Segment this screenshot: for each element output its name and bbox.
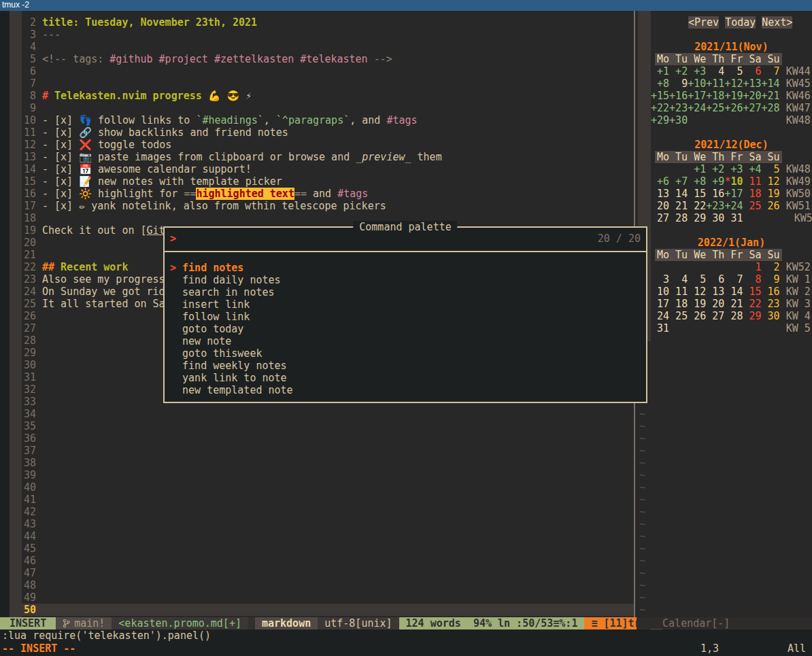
calendar-day[interactable]: 22	[688, 200, 706, 212]
calendar-day[interactable]: +16	[669, 90, 688, 102]
calendar-day[interactable]: +2	[669, 65, 688, 77]
calendar-day[interactable]: +29	[651, 114, 669, 126]
calendar-day[interactable]: +3	[724, 163, 743, 175]
calendar-day[interactable]: 13	[706, 286, 724, 298]
today-button[interactable]: Today	[725, 16, 756, 29]
calendar-day[interactable]: 5	[762, 163, 780, 175]
editor-line[interactable]: 48	[0, 579, 634, 591]
calendar-day[interactable]: 19	[762, 188, 780, 200]
calendar-day[interactable]: 28	[724, 310, 743, 322]
calendar-day[interactable]: 15	[743, 286, 761, 298]
calendar-day[interactable]: 4	[706, 65, 724, 77]
calendar-day[interactable]: 25	[743, 200, 761, 212]
palette-item[interactable]: goto thisweek	[165, 347, 646, 360]
calendar-day[interactable]: +11	[706, 77, 724, 90]
editor-line[interactable]: 36	[0, 432, 634, 445]
calendar-day[interactable]: +12	[724, 77, 743, 90]
palette-item[interactable]: goto today	[165, 323, 646, 335]
calendar-day[interactable]: 7	[762, 65, 780, 77]
calendar-day[interactable]: 20	[706, 298, 724, 310]
palette-item[interactable]: find weekly notes	[165, 360, 646, 372]
calendar-day[interactable]: 4	[669, 273, 688, 286]
command-palette-prompt[interactable]: Command palette > 20 / 20	[163, 226, 647, 252]
editor-line[interactable]: 14- [x] 📅 awesome calendar support!	[0, 163, 634, 175]
editor-line[interactable]: 43	[0, 518, 634, 530]
calendar-day[interactable]: +26	[724, 102, 743, 114]
palette-item[interactable]: find daily notes	[165, 274, 646, 286]
calendar-day[interactable]: +27	[743, 102, 761, 114]
editor-line[interactable]: 46	[0, 555, 634, 567]
calendar-day[interactable]: +14	[762, 77, 780, 90]
editor-line[interactable]: 41	[0, 494, 634, 506]
calendar-day[interactable]: +17	[688, 90, 706, 102]
calendar-day[interactable]: +9	[706, 175, 724, 188]
editor-line[interactable]: 5<!-- tags: #github #project #zettelkast…	[0, 53, 634, 65]
editor-line[interactable]: 35	[0, 420, 634, 432]
editor-line[interactable]: 15- [x] 📝 new notes with template picker	[0, 175, 634, 188]
calendar-day[interactable]: +23	[669, 102, 688, 114]
prev-button[interactable]: <Prev	[688, 16, 719, 29]
calendar-day[interactable]: +17	[724, 188, 743, 200]
editor-line[interactable]: 3---	[0, 29, 634, 41]
calendar-day[interactable]: +24	[724, 200, 743, 212]
calendar-day[interactable]: 3	[651, 273, 669, 286]
calendar-day[interactable]: +30	[669, 114, 688, 126]
calendar-day[interactable]: +13	[743, 77, 761, 90]
calendar-day[interactable]: 10	[651, 286, 669, 298]
calendar-day[interactable]: 31	[724, 212, 743, 224]
calendar-day[interactable]: 27	[651, 212, 669, 224]
calendar-day[interactable]: 21	[669, 200, 688, 212]
editor-line[interactable]: 50	[0, 604, 634, 616]
editor-line[interactable]: 37	[0, 445, 634, 457]
calendar-day[interactable]: 17	[651, 298, 669, 310]
calendar-day[interactable]: 23	[762, 298, 780, 310]
calendar-day[interactable]: 16	[762, 286, 780, 298]
calendar-day[interactable]: +10	[688, 77, 706, 90]
editor-line[interactable]: 10- [x] 👣 follow links to `#headings`, `…	[0, 114, 634, 126]
calendar-day[interactable]: +28	[762, 102, 780, 114]
calendar-day[interactable]: +25	[706, 102, 724, 114]
calendar-day[interactable]: +6	[651, 175, 669, 188]
calendar-day[interactable]: 1	[743, 261, 761, 273]
editor-line[interactable]: 4	[0, 41, 634, 53]
calendar-day[interactable]: +4	[743, 163, 761, 175]
editor-line[interactable]: 45	[0, 542, 634, 555]
palette-item[interactable]: new note	[165, 335, 646, 347]
calendar-day[interactable]: 8	[743, 273, 761, 286]
calendar-day[interactable]: 7	[724, 273, 743, 286]
calendar-day[interactable]: 25	[669, 310, 688, 322]
calendar-day[interactable]: 26	[762, 200, 780, 212]
calendar-day[interactable]: 30	[762, 310, 780, 322]
calendar-day[interactable]: 14	[669, 188, 688, 200]
editor-line[interactable]: 38	[0, 457, 634, 469]
calendar-day[interactable]: 6	[743, 65, 761, 77]
calendar-day[interactable]: +19	[724, 90, 743, 102]
editor-line[interactable]: 42	[0, 506, 634, 518]
editor-line[interactable]: 47	[0, 567, 634, 579]
editor-line[interactable]: 34	[0, 408, 634, 420]
palette-item[interactable]: > find notes	[165, 262, 646, 274]
calendar-day[interactable]: 2	[762, 261, 780, 273]
calendar-day[interactable]: 6	[706, 273, 724, 286]
calendar-day[interactable]: 5	[688, 273, 706, 286]
calendar-day[interactable]: 22	[743, 298, 761, 310]
calendar-day[interactable]: +8	[651, 77, 669, 90]
calendar-day[interactable]: +21	[762, 90, 780, 102]
editor-line[interactable]: 7	[0, 77, 634, 90]
calendar-day[interactable]: +23	[706, 200, 724, 212]
calendar-day[interactable]: 26	[688, 310, 706, 322]
editor-line[interactable]: 8# Telekasten.nvim progress 💪 😎 ⚡	[0, 90, 634, 102]
editor-line[interactable]: 39	[0, 469, 634, 481]
editor-line[interactable]: 2title: Tuesday, November 23th, 2021	[0, 16, 634, 29]
calendar-day[interactable]: 18	[743, 188, 761, 200]
editor-line[interactable]: 44	[0, 530, 634, 542]
calendar-day[interactable]: +7	[669, 175, 688, 188]
calendar-day[interactable]: 12	[762, 175, 780, 188]
calendar-day[interactable]: 9	[762, 273, 780, 286]
calendar-day[interactable]: +24	[688, 102, 706, 114]
calendar-day[interactable]: 12	[688, 286, 706, 298]
editor-line[interactable]: 16- [x] 🔆 highlight for ==highlighted te…	[0, 188, 634, 200]
calendar-day[interactable]: 9	[669, 77, 688, 90]
palette-item[interactable]: new templated note	[165, 384, 646, 396]
calendar-day[interactable]: 14	[724, 286, 743, 298]
